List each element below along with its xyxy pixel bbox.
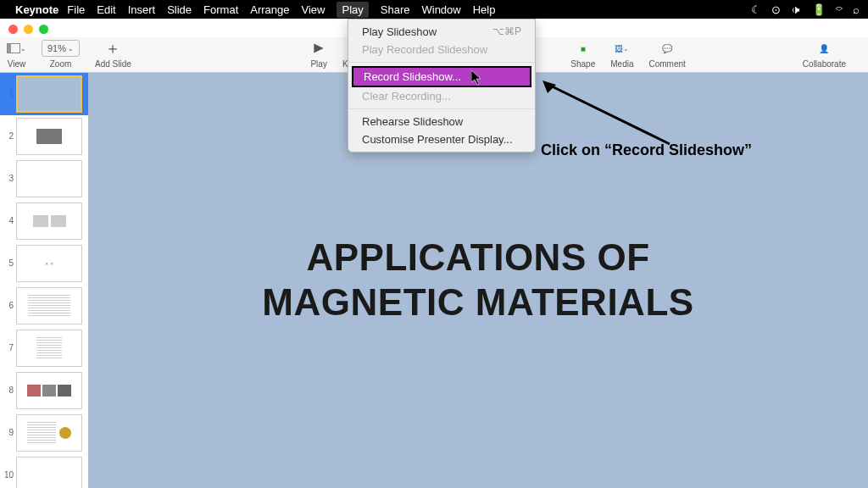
- menu-format[interactable]: Format: [203, 3, 238, 16]
- menu-rehearse-slideshow[interactable]: Rehearse Slideshow: [348, 113, 535, 130]
- menu-view[interactable]: View: [302, 3, 326, 16]
- annotation-highlight-box: Record Slideshow...: [352, 66, 531, 87]
- annotation-text: Click on “Record Slideshow”: [541, 141, 752, 159]
- menu-separator: [348, 108, 535, 109]
- app-name[interactable]: Keynote: [15, 3, 58, 16]
- slide-title-text: APPLICATIONS OF MAGNETIC MATERIALS: [262, 236, 693, 325]
- menu-slide[interactable]: Slide: [167, 3, 192, 16]
- slide-navigator[interactable]: 1 2 3 4 5✕ ✕ 6 7 8 9 10: [0, 73, 88, 488]
- menu-separator: [348, 62, 535, 63]
- menu-customise-presenter[interactable]: Customise Presenter Display...: [348, 130, 535, 148]
- slide-thumb-7[interactable]: 7: [0, 327, 88, 369]
- slide-thumb-6[interactable]: 6: [0, 285, 88, 327]
- do-not-disturb-icon[interactable]: ☾: [751, 3, 761, 16]
- tool-zoom[interactable]: 91%⌄ Zoom: [42, 39, 80, 69]
- tool-shape[interactable]: ■ Shape: [570, 39, 595, 69]
- slide-thumb-1[interactable]: 1: [0, 73, 88, 115]
- menu-play[interactable]: Play: [337, 2, 368, 18]
- wifi-icon[interactable]: ⌔: [836, 3, 843, 16]
- tool-comment[interactable]: 💬 Comment: [648, 39, 685, 69]
- menu-record-slideshow[interactable]: Record Slideshow...: [353, 68, 530, 86]
- menu-insert[interactable]: Insert: [128, 3, 156, 16]
- tool-add-slide[interactable]: ＋ Add Slide: [95, 39, 131, 69]
- slide-thumb-8[interactable]: 8: [0, 369, 88, 412]
- menu-arrange[interactable]: Arrange: [250, 3, 289, 16]
- annotation-arrow: [542, 80, 678, 148]
- slide-thumb-4[interactable]: 4: [0, 200, 88, 242]
- menu-edit[interactable]: Edit: [97, 3, 115, 16]
- menu-window[interactable]: Window: [421, 3, 460, 16]
- tool-collaborate[interactable]: 👤 Collaborate: [803, 39, 846, 69]
- svg-line-2: [545, 83, 670, 144]
- play-menu-dropdown: Play Slideshow ⌥⌘P Play Recorded Slidesh…: [348, 19, 536, 152]
- macos-menubar: Keynote File Edit Insert Slide Format Ar…: [0, 0, 868, 19]
- battery-icon[interactable]: 🔋: [812, 3, 826, 16]
- menu-clear-recording: Clear Recording...: [348, 87, 535, 105]
- menu-help[interactable]: Help: [473, 3, 496, 16]
- minimize-window-button[interactable]: [24, 25, 33, 34]
- screen-record-icon[interactable]: ⊙: [771, 3, 781, 16]
- search-icon[interactable]: ⌕: [853, 3, 860, 16]
- menu-share[interactable]: Share: [381, 3, 410, 16]
- tool-media[interactable]: 🖼 ⌄ Media: [610, 39, 633, 69]
- menu-file[interactable]: File: [67, 3, 85, 16]
- slide-thumb-5[interactable]: 5✕ ✕: [0, 242, 88, 285]
- slide-thumb-2[interactable]: 2: [0, 115, 88, 158]
- traffic-lights: [0, 19, 57, 40]
- menu-play-slideshow[interactable]: Play Slideshow ⌥⌘P: [348, 23, 535, 41]
- slide-thumb-3[interactable]: 3: [0, 158, 88, 200]
- tool-view[interactable]: ⌄ View: [7, 39, 26, 69]
- tool-play[interactable]: Play: [310, 39, 326, 69]
- slide-thumb-10[interactable]: 10: [0, 454, 88, 488]
- svg-marker-0: [314, 43, 324, 53]
- mute-icon[interactable]: 🕩: [791, 3, 802, 16]
- fullscreen-window-button[interactable]: [39, 25, 48, 34]
- slide-thumb-9[interactable]: 9: [0, 412, 88, 454]
- close-window-button[interactable]: [8, 25, 18, 34]
- menu-play-recorded: Play Recorded Slideshow: [348, 41, 535, 58]
- shortcut-label: ⌥⌘P: [492, 25, 521, 38]
